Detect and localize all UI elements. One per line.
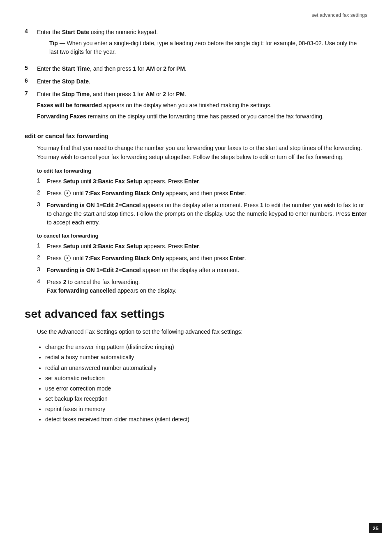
page-number: 25 (369, 523, 382, 533)
header-text: set advanced fax settings (312, 12, 367, 18)
edit-step-num-3: 3 (37, 201, 47, 208)
bullet-item-5: use error correction mode (45, 384, 367, 394)
step-number-5: 5 (25, 65, 37, 71)
step-number-7: 7 (25, 90, 37, 97)
step-4-content: Enter the Start Date using the numeric k… (37, 28, 367, 60)
bullet-item-1: change the answer ring pattern (distinct… (45, 342, 367, 352)
advanced-section-heading: set advanced fax settings (25, 307, 367, 321)
bullet-item-8: detect faxes received from older machine… (45, 414, 367, 425)
edit-step-3-content: Forwarding is ON 1=Edit 2=Cancel appears… (47, 201, 367, 227)
step-5: 5 Enter the Start Time, and then press 1… (25, 65, 367, 73)
edit-step-num-2: 2 (37, 189, 47, 196)
cancel-step-1-content: Press Setup until 3:Basic Fax Setup appe… (47, 242, 367, 251)
cancel-step-3: 3 Forwarding is ON 1=Edit 2=Cancel appea… (37, 266, 367, 275)
bullet-item-7: reprint faxes in memory (45, 404, 367, 414)
page-header: set advanced fax settings (25, 12, 367, 20)
step7-note1: Faxes will be forwarded appears on the d… (37, 101, 367, 110)
cancel-step-2-content: Press until 7:Fax Forwarding Black Only … (47, 254, 367, 263)
cancel-step-num-2: 2 (37, 254, 47, 261)
step-5-content: Enter the Start Time, and then press 1 f… (37, 65, 367, 73)
cancel-step-1: 1 Press Setup until 3:Basic Fax Setup ap… (37, 242, 367, 251)
step6-bold: Stop Date (62, 78, 89, 85)
step4-bold: Start Date (62, 29, 89, 35)
page: set advanced fax settings 4 Enter the St… (0, 0, 392, 543)
step-7: 7 Enter the Stop Time, and then press 1 … (25, 90, 367, 123)
edit-fax-subheading: to edit fax forwarding (37, 168, 367, 174)
cancel-step-4-content: Press 2 to cancel the fax forwarding. Fa… (47, 278, 367, 295)
step7-note2: Forwarding Faxes remains on the display … (37, 112, 367, 121)
step5-before: Enter the (37, 65, 62, 72)
edit-step-2: 2 Press until 7:Fax Forwarding Black Onl… (37, 189, 367, 198)
edit-step-2-content: Press until 7:Fax Forwarding Black Only … (47, 189, 367, 198)
bullet-list: change the answer ring pattern (distinct… (45, 342, 367, 425)
cancel-step-num-1: 1 (37, 242, 47, 249)
edit-step-num-1: 1 (37, 177, 47, 184)
bullet-item-3: redial an unanswered number automaticall… (45, 363, 367, 373)
circle-icon-1 (64, 190, 71, 196)
step4-text-before: Enter the (37, 29, 62, 35)
tip-text: When you enter a single-digit date, type… (49, 40, 357, 55)
step5-bold: Start Time (62, 65, 90, 72)
step5-after: , and then press 1 for AM or 2 for PM. (90, 65, 187, 72)
step7-line1: Enter the Stop Time, and then press 1 fo… (37, 90, 367, 99)
edit-step-3: 3 Forwarding is ON 1=Edit 2=Cancel appea… (37, 201, 367, 227)
step-number-4: 4 (25, 28, 37, 35)
edit-step-1: 1 Press Setup until 3:Basic Fax Setup ap… (37, 177, 367, 186)
edit-step-1-content: Press Setup until 3:Basic Fax Setup appe… (47, 177, 367, 186)
cancel-fax-subheading: to cancel fax forwarding (37, 233, 367, 239)
bullet-item-4: set automatic reduction (45, 373, 367, 384)
cancel-step-num-4: 4 (37, 278, 47, 284)
cancel-step-2: 2 Press until 7:Fax Forwarding Black Onl… (37, 254, 367, 263)
bullet-item-2: redial a busy number automatically (45, 352, 367, 363)
step4-text-after: using the numeric keypad. (89, 29, 158, 35)
cancel-step-num-3: 3 (37, 266, 47, 273)
circle-icon-2 (64, 255, 71, 261)
cancel-step-4: 4 Press 2 to cancel the fax forwarding. … (37, 278, 367, 295)
advanced-intro: Use the Advanced Fax Settings option to … (37, 327, 367, 336)
tip-label: Tip — (49, 40, 65, 46)
step-6-content: Enter the Stop Date. (37, 77, 367, 86)
cancel-step-3-content: Forwarding is ON 1=Edit 2=Cancel appear … (47, 266, 367, 275)
step-7-content: Enter the Stop Time, and then press 1 fo… (37, 90, 367, 123)
tip-block: Tip — When you enter a single-digit date… (49, 39, 367, 56)
step-4: 4 Enter the Start Date using the numeric… (25, 28, 367, 60)
step6-end: . (89, 78, 90, 85)
step-6: 6 Enter the Stop Date. (25, 77, 367, 86)
step6-before: Enter the (37, 78, 62, 85)
edit-cancel-heading: edit or cancel fax forwarding (25, 132, 367, 139)
bullet-item-6: set backup fax reception (45, 394, 367, 404)
step-number-6: 6 (25, 77, 37, 84)
edit-cancel-intro: You may find that you need to change the… (37, 143, 367, 162)
